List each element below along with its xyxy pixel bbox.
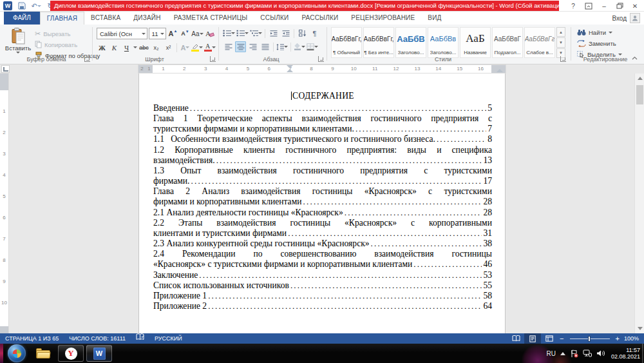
- print-layout-button[interactable]: [524, 333, 541, 344]
- collapse-ribbon-button[interactable]: [630, 55, 639, 61]
- increase-indent-button[interactable]: [280, 28, 291, 39]
- undo-button[interactable]: ↶: [31, 1, 41, 11]
- help-button[interactable]: ?: [565, 0, 581, 12]
- tab-вид[interactable]: ВИД: [421, 12, 448, 25]
- toc-entry[interactable]: Заключение..............................…: [153, 270, 492, 280]
- replace-button[interactable]: Заменить: [577, 39, 622, 48]
- justify-button[interactable]: [260, 41, 270, 52]
- paragraph-dialog-launcher[interactable]: [318, 56, 324, 62]
- font-size-combo[interactable]: 11: [149, 28, 166, 39]
- toc-entry[interactable]: 2.3 Анализ конкурентной среды гостиницы …: [153, 239, 492, 249]
- tab-вставка[interactable]: ВСТАВКА: [84, 12, 127, 25]
- hidden-icons-button[interactable]: [560, 352, 565, 355]
- cut-button[interactable]: ✂ Вырезать: [35, 28, 100, 39]
- network-icon[interactable]: [583, 349, 592, 357]
- word-taskbar-button[interactable]: W: [86, 345, 112, 362]
- italic-button[interactable]: К: [109, 42, 120, 53]
- volume-icon[interactable]: [596, 349, 605, 357]
- zoom-out-button[interactable]: −: [558, 334, 565, 343]
- proofing-icon[interactable]: [131, 333, 149, 344]
- sort-button[interactable]: [297, 28, 308, 39]
- toc-entry[interactable]: 2.1 Анализ деятельности гостиницы «Красн…: [153, 208, 492, 218]
- font-dialog-launcher[interactable]: [210, 56, 216, 62]
- find-button[interactable]: Найти: [577, 28, 622, 37]
- grow-font-button[interactable]: А▲: [167, 28, 178, 39]
- tab-рассылки[interactable]: РАССЫЛКИ: [295, 12, 345, 25]
- tab-file[interactable]: ФАЙЛ: [4, 12, 40, 25]
- styles-scroll-down[interactable]: ▼: [556, 37, 565, 47]
- file-explorer-button[interactable]: [33, 345, 53, 362]
- multilevel-list-button[interactable]: [250, 28, 262, 39]
- underline-button[interactable]: Ч: [121, 42, 132, 53]
- close-button[interactable]: ✕: [627, 0, 643, 12]
- font-color-button[interactable]: А: [204, 42, 215, 53]
- style-card[interactable]: АаБНазвание: [460, 27, 491, 58]
- borders-button[interactable]: [307, 41, 318, 52]
- scroll-up-button[interactable]: [635, 74, 644, 83]
- zoom-slider-thumb[interactable]: [588, 336, 591, 342]
- style-card[interactable]: АаБбВЗаголово...: [395, 27, 426, 58]
- underline-caret[interactable]: [133, 46, 137, 48]
- strikethrough-button[interactable]: abc: [138, 42, 149, 53]
- subscript-button[interactable]: x₂: [151, 42, 162, 53]
- toc-entry[interactable]: 2.2 Этапы взаимодействия гостиницы «Крас…: [153, 218, 492, 239]
- tab-разметка-страницы[interactable]: РАЗМЕТКА СТРАНИЦЫ: [167, 12, 254, 25]
- save-button[interactable]: [17, 1, 27, 11]
- yandex-browser-button[interactable]: Y: [58, 345, 84, 362]
- start-button[interactable]: [8, 344, 26, 362]
- sign-in[interactable]: Вход: [612, 12, 640, 25]
- style-card[interactable]: АаБбВвГгСлабое в...: [524, 27, 555, 58]
- style-card[interactable]: АаБбВвГг,¶ Обычный: [331, 27, 362, 58]
- minimize-button[interactable]: –: [596, 0, 612, 12]
- web-layout-button[interactable]: [541, 333, 558, 344]
- clipboard-dialog-launcher[interactable]: [84, 56, 90, 62]
- align-right-button[interactable]: [247, 41, 258, 52]
- page-indicator[interactable]: СТРАНИЦА 1 ИЗ 65: [0, 333, 64, 344]
- style-card[interactable]: АаБбВвГПодзагол...: [492, 27, 523, 58]
- decrease-indent-button[interactable]: [268, 28, 279, 39]
- toc-entry[interactable]: Глава 1 Теоретические аспекты взаимодейс…: [153, 113, 492, 134]
- tab-рецензирование[interactable]: РЕЦЕНЗИРОВАНИЕ: [345, 12, 421, 25]
- text-effects-button[interactable]: А: [180, 42, 191, 53]
- bullets-button[interactable]: [223, 28, 235, 39]
- show-marks-button[interactable]: ¶: [309, 28, 320, 39]
- toc-entry[interactable]: 1.2 Корпоративные клиенты гостиничного п…: [153, 145, 492, 166]
- scroll-thumb[interactable]: [636, 85, 643, 104]
- action-center-icon[interactable]: [570, 349, 578, 358]
- style-card[interactable]: АаБбВвЗаголово...: [428, 27, 459, 58]
- ribbon-display-options-button[interactable]: [581, 0, 596, 12]
- superscript-button[interactable]: x²: [163, 42, 174, 53]
- zoom-level[interactable]: 100%: [621, 333, 644, 344]
- toc-entry[interactable]: Введение................................…: [153, 103, 492, 113]
- bold-button[interactable]: Ж: [97, 42, 108, 53]
- copy-button[interactable]: Копировать: [35, 39, 100, 50]
- styles-dialog-launcher[interactable]: [560, 56, 566, 62]
- font-family-combo[interactable]: Calibri (Осн: [97, 28, 147, 39]
- toc-entry[interactable]: 1.1 Особенности взаимодействия туристиче…: [153, 134, 492, 144]
- zoom-in-button[interactable]: +: [614, 334, 621, 343]
- style-card[interactable]: АаБбВвГг,¶ Без инте...: [363, 27, 394, 58]
- toc-entry[interactable]: Глава 2 Анализ взаимодействия гостиницы …: [153, 186, 492, 207]
- read-mode-button[interactable]: [507, 333, 524, 344]
- styles-scroll-up[interactable]: ▲: [556, 27, 565, 37]
- tab-дизайн[interactable]: ДИЗАЙН: [127, 12, 167, 25]
- right-indent-marker[interactable]: [497, 69, 503, 72]
- language-indicator[interactable]: РУССКИЙ: [149, 333, 187, 344]
- first-line-indent-marker[interactable]: [287, 65, 293, 68]
- tab-главная[interactable]: ГЛАВНАЯ: [40, 12, 84, 25]
- hanging-indent-marker[interactable]: [287, 69, 293, 72]
- toc-entry[interactable]: 2.4 Рекомендации по совершенствованию вз…: [153, 249, 492, 270]
- scroll-down-button[interactable]: [635, 324, 644, 333]
- tab-selector[interactable]: [1, 65, 10, 73]
- vertical-scrollbar[interactable]: [634, 74, 644, 333]
- toc-entry[interactable]: Список использованных источников........…: [153, 280, 492, 291]
- word-count[interactable]: ЧИСЛО СЛОВ: 16111: [64, 333, 131, 344]
- tab-ссылки[interactable]: ССЫЛКИ: [254, 12, 295, 25]
- tray-language[interactable]: RU: [547, 350, 556, 357]
- toc-entry[interactable]: Приложение 1............................…: [153, 291, 492, 301]
- restore-button[interactable]: [612, 0, 627, 12]
- align-left-button[interactable]: [223, 41, 234, 52]
- toc-entry[interactable]: 1.3 Опыт взаимодействия гостиничного пре…: [153, 166, 492, 186]
- change-case-button[interactable]: Аа: [192, 28, 203, 39]
- numbering-button[interactable]: [236, 28, 249, 39]
